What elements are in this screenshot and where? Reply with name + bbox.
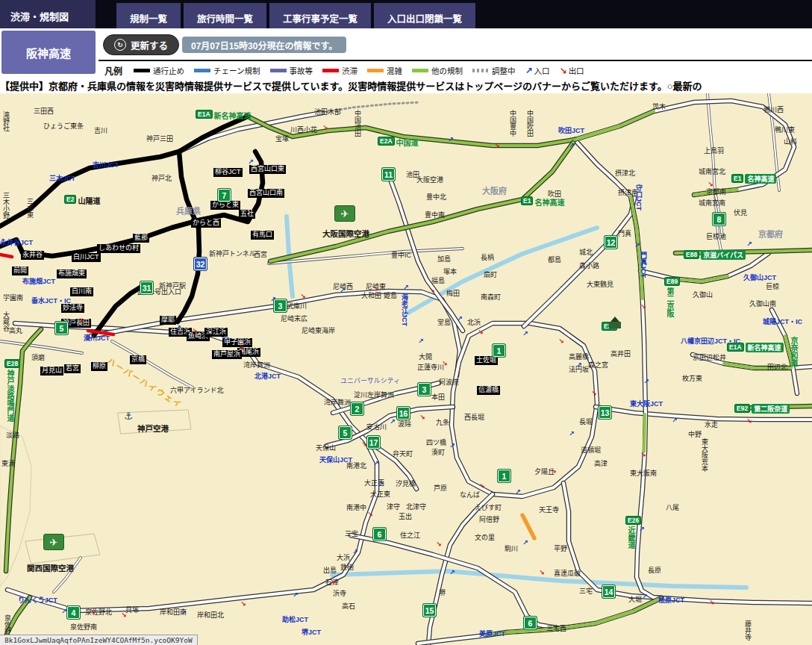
legend-item: 他の規制 <box>412 65 463 76</box>
map-label: 松原JCT <box>658 597 684 605</box>
map-label: 駒川 <box>505 546 518 553</box>
map-label: 豊中IC <box>391 252 411 260</box>
map-label: 城陽JCT・IC <box>763 319 802 326</box>
map-label: 東浦 <box>1 461 15 468</box>
map-label: りんくうJCT <box>18 597 57 605</box>
map-label: 伏見 <box>734 210 747 217</box>
map-label: 塚本 <box>443 269 457 276</box>
refresh-button[interactable]: 更新する <box>103 34 179 55</box>
map-label: 関西国際空港 <box>27 564 74 573</box>
route-number-badge: 6 <box>373 528 386 540</box>
map-label: 大開 <box>419 354 432 361</box>
expressway-label: E1A新名神高速 <box>196 110 252 121</box>
port-icon: ⚓ <box>124 410 134 422</box>
expressway-name: 第二阪奈道 <box>752 404 790 414</box>
route-number-badge: 3 <box>418 383 431 396</box>
map-label-layer: 三田西ひょうご東条吉川神戸三田滝野社吉川JCT三木JCT神戸北三木小野三木東兵庫… <box>0 93 812 645</box>
exit-arrow-icon: ↘ <box>539 570 545 576</box>
expressway-label: E1名神高速 <box>521 196 564 208</box>
map-label: 南港中 <box>346 505 366 512</box>
entrance-arrow-icon: ↗ <box>449 570 455 576</box>
map-label: 四ツ橋 <box>426 440 446 447</box>
exit-arrow-icon: ↘ <box>240 601 246 608</box>
entrance-arrow-icon: ↗ <box>449 443 455 449</box>
map-label: 鉄砲 <box>340 564 354 572</box>
map-label: 大浜 <box>337 555 350 562</box>
expressway-name: 京奈和道 <box>788 337 799 367</box>
expressway-name: 名神高速 <box>745 174 776 184</box>
map-label: 九条 <box>436 420 449 427</box>
exit-arrow-icon: ↘ <box>367 511 373 518</box>
entrance-arrow-icon: ↗ <box>224 337 230 343</box>
route-number-badge: 5 <box>55 322 68 334</box>
map-label: 本田 <box>431 394 445 402</box>
expressway-code-badge: E92 <box>734 404 750 413</box>
route-number-badge: 32 <box>194 258 207 270</box>
map-label: 長堀 <box>579 419 593 426</box>
map-label: 南森町 <box>481 294 501 302</box>
map-label: 住之江 <box>400 532 420 540</box>
map-label: 吉川 <box>94 128 107 135</box>
entrance-arrow-icon: ↗ <box>448 137 454 143</box>
map-label: 長原 <box>648 567 661 575</box>
map-label: 水走 <box>705 422 718 429</box>
legend-item: ↗入口 <box>525 65 550 76</box>
refresh-button-label: 更新する <box>131 38 168 52</box>
map-label: 三宝 <box>345 531 358 538</box>
map-label: 門真JCT <box>639 252 646 278</box>
map-label: 森之宮 <box>588 362 608 370</box>
legend-item: チェーン規制 <box>194 65 260 76</box>
expressway-name: 近畿道 <box>625 526 637 549</box>
map-label: 神戸北 <box>152 175 172 183</box>
route-number-badge: 2 <box>351 402 363 415</box>
map-label: 姫島 <box>384 293 397 300</box>
refresh-icon <box>114 39 126 51</box>
map-label: 梅田 <box>446 290 460 298</box>
map-label: 須磨 <box>31 355 45 362</box>
map-label: ユニバーサルシティ <box>340 378 400 385</box>
tab-entrance-exit-closure-list[interactable]: 入口出口閉鎖一覧 <box>374 3 475 28</box>
map-label: 山科 <box>784 139 797 146</box>
map-label: 川西小花 <box>290 127 317 134</box>
legend-swatch-icon <box>194 69 210 72</box>
legend-label: 通行止め <box>153 65 184 76</box>
legend-swatch-icon <box>472 69 489 72</box>
map-label: 大堀 <box>628 596 642 604</box>
tab-regulations-list[interactable]: 規制一覧 <box>116 3 181 28</box>
tab-travel-time-list[interactable]: 旅行時間一覧 <box>184 3 266 28</box>
expressway-name: 第二京阪 <box>664 287 675 317</box>
entrance-arrow-icon: ↗ <box>639 526 645 533</box>
exit-arrow-icon: ↘ <box>373 286 379 293</box>
map-label: 吉川JCT <box>93 162 119 169</box>
map-label: 京都南 <box>706 189 726 196</box>
map-label: 滝野社 <box>1 111 9 131</box>
map-label: 東大阪荒本 <box>700 438 708 472</box>
expressway-code-badge: E89 <box>664 277 680 286</box>
expressway-name: 名神高速 <box>534 196 564 208</box>
map-label: 尼崎末広 <box>281 316 307 323</box>
map-label: 八尾 <box>666 505 679 512</box>
legend-label: 調整中 <box>492 65 516 76</box>
map-label: 尼崎東海岸 <box>302 328 335 335</box>
entrance-arrow-icon: ↗ <box>61 608 67 615</box>
map-label: 深江浜 <box>204 328 228 337</box>
entrance-arrow-icon: ↗ <box>457 316 463 322</box>
map-label: しあわせの村 <box>97 244 140 253</box>
legend-label: 入口 <box>534 65 550 76</box>
exit-arrow-icon: ↘ <box>361 441 367 448</box>
map-canvas[interactable]: 三田西ひょうご東条吉川神戸三田滝野社吉川JCT三木JCT神戸北三木小野三木東兵庫… <box>0 93 812 645</box>
map-label: 東大阪南 <box>630 470 657 478</box>
exit-arrow-icon: ↘ <box>640 452 646 458</box>
expressway-label: E1名神高速 <box>731 174 776 184</box>
map-label: 京田辺松井 <box>693 355 726 362</box>
map-label: 六甲アイランド北 <box>170 387 224 395</box>
route-number-badge: 1 <box>493 344 505 357</box>
map-label: 高津 <box>594 461 608 468</box>
tab-traffic-map[interactable]: 渋滞・規制図 <box>0 0 96 28</box>
map-label: 大阪府 <box>482 187 507 196</box>
tab-construction-schedule-list[interactable]: 工事行事予定一覧 <box>269 3 371 28</box>
map-label: 枚方東 <box>682 376 702 383</box>
expressway-label: E2A中国道 <box>378 137 419 148</box>
legend-item: 混雑 <box>367 65 402 76</box>
legend-items: 通行止めチェーン規制事故等渋滞混雑他の規制調整中↗入口↘出口 <box>134 65 584 76</box>
